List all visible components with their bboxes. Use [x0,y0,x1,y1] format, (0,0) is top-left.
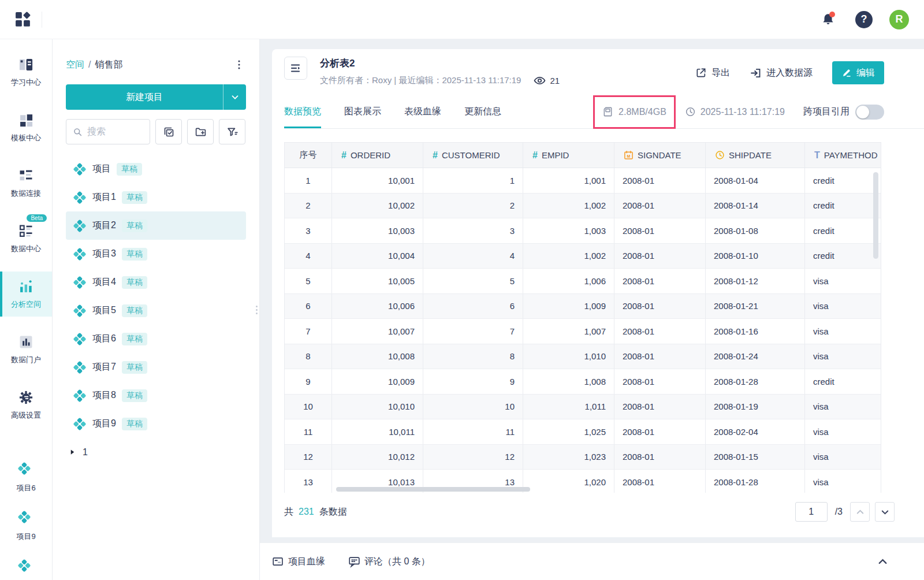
export-button[interactable]: 导出 [695,67,730,79]
sidebar-item-label: 项目6 [16,483,35,493]
project-list-item[interactable]: 项目6草稿 [66,325,246,353]
comments-button[interactable]: 评论（共 0 条） [348,556,430,568]
project-list-item[interactable]: 项目7草稿 [66,353,246,381]
breadcrumb-current: 销售部 [95,59,122,71]
cell-empid: 1,001 [523,168,614,193]
collapse-panel-button[interactable] [284,57,307,80]
column-header-shipdate[interactable]: SHIPDATE [706,143,805,168]
tree-item-label: 1 [83,447,88,458]
panel-resize-handle[interactable] [254,298,259,321]
cross-project-toggle[interactable] [855,105,884,120]
draft-badge: 草稿 [122,220,147,232]
number-type-icon: # [433,150,438,161]
project-list-item[interactable]: 项目4草稿 [66,268,246,296]
folder-plus-icon [195,126,207,138]
tab-2[interactable]: 表级血缘 [404,95,441,128]
sidebar-item-template-center[interactable]: 模板中心 [0,105,52,150]
cell-index: 11 [285,419,332,444]
project-list-item[interactable]: 项目1草稿 [66,183,246,211]
horizontal-scrollbar[interactable] [336,487,530,492]
project-name: 项目3 [92,248,116,260]
cell-paymethod: visa [805,344,881,369]
enter-datasource-button[interactable]: 进入数据源 [750,67,813,79]
search-input-wrap [66,119,150,144]
advanced-settings-icon [18,389,34,406]
panel-more-button[interactable] [232,58,246,72]
chevron-up-icon [876,555,889,568]
prev-page-button[interactable] [850,502,870,522]
cell-orderid: 10,005 [332,269,423,293]
filter-icon [226,126,239,138]
column-header-index[interactable]: 序号 [285,143,332,168]
project-icon [73,276,86,289]
sidebar-item-data-connection[interactable]: 数据连接 [0,161,52,206]
project-list-item[interactable]: 项目9草稿 [66,410,246,438]
next-page-button[interactable] [875,502,895,522]
column-header-signdate[interactable]: MSIGNDATE [614,143,706,168]
tab-3[interactable]: 更新信息 [464,95,501,128]
sidebar-item-data-portal[interactable]: 数据门户 [0,327,52,372]
app-logo-icon[interactable] [15,12,31,28]
filter-button[interactable] [219,119,245,144]
tree-item-1[interactable]: 1 [66,438,246,466]
cell-paymethod: visa [805,470,881,493]
sidebar-item-label: 学习中心 [11,77,41,88]
cell-shipdate: 2008-02-04 [706,419,805,444]
column-header-paymethod[interactable]: TPAYMETHOD [805,143,881,168]
sidebar-item-analysis-space[interactable]: 分析空间 [0,272,52,317]
cell-paymethod: credit [805,244,881,269]
sidebar-item-learning-center[interactable]: 学习中心 [0,50,52,95]
column-header-orderid[interactable]: #ORDERID [332,143,423,168]
collapse-bottombar-button[interactable] [876,555,889,568]
sidebar-item-project-1[interactable]: 项目1 [0,552,52,580]
lineage-icon [272,556,284,568]
cell-index: 13 [285,470,332,493]
sidebar-item-project-6[interactable]: 项目6 [0,455,52,500]
multi-select-button[interactable] [155,119,182,144]
vertical-scrollbar[interactable] [873,172,878,259]
page-input[interactable] [795,502,828,522]
add-folder-button[interactable] [187,119,214,144]
pencil-icon [841,68,852,78]
clock-icon [715,150,725,160]
search-input[interactable] [87,127,139,137]
project-list-item[interactable]: 项目8草稿 [66,381,246,410]
column-label: ORDERID [351,150,390,160]
new-project-dropdown[interactable] [223,84,246,110]
cell-orderid: 10,004 [332,244,423,269]
cell-customerid: 11 [423,419,523,444]
draft-badge: 草稿 [117,163,142,176]
help-button[interactable]: ? [854,9,874,30]
page-total: /3 [835,507,843,517]
edit-button[interactable]: 编辑 [832,61,884,84]
enter-datasource-label: 进入数据源 [766,67,813,79]
column-header-customerid[interactable]: #CUSTOMERID [423,143,523,168]
project-list-item[interactable]: 项目5草稿 [66,296,246,325]
new-project-button[interactable]: 新建项目 [66,84,246,110]
tab-1[interactable]: 图表展示 [344,95,381,128]
cell-signdate: 2008-01 [614,244,706,269]
project-name: 项目4 [92,276,116,288]
project-lineage-button[interactable]: 项目血缘 [272,556,325,568]
column-header-empid[interactable]: #EMPID [523,143,614,168]
project-icon [73,361,86,374]
tab-0[interactable]: 数据预览 [284,95,321,128]
cell-paymethod: credit [805,218,881,243]
cell-empid: 1,023 [523,445,614,470]
breadcrumb-space-link[interactable]: 空间 [66,59,84,71]
table-row: 1010,010101,0112008-012008-01-19visa [285,395,881,420]
project-list-item[interactable]: 项目2草稿 [66,211,246,240]
notifications-button[interactable] [818,9,839,30]
project-icon [18,559,34,575]
template-center-icon [18,112,34,128]
project-name: 项目9 [92,418,116,430]
project-list-item[interactable]: 项目3草稿 [66,240,246,268]
column-label: SHIPDATE [729,150,772,160]
kebab-icon [233,58,245,71]
user-avatar[interactable]: R [889,10,909,29]
sidebar-item-project-9[interactable]: 项目9 [0,504,52,549]
project-name: 项目 [92,163,111,175]
sidebar-item-data-center[interactable]: Beta数据中心 [0,216,52,261]
project-list-item[interactable]: 项目草稿 [66,155,246,183]
sidebar-item-advanced-settings[interactable]: 高级设置 [0,382,52,427]
